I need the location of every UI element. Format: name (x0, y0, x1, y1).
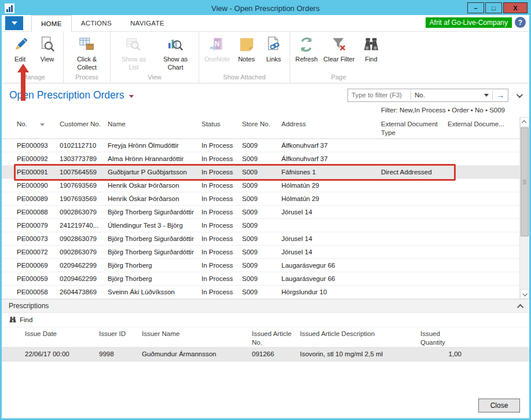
onenote-icon: N (208, 35, 226, 54)
table-row[interactable]: PE000079241219740...Útlendingur Test 3 -… (2, 219, 529, 232)
cell-address: Jórusel 14 (281, 209, 381, 216)
scrollbar-track[interactable] (520, 237, 529, 289)
cell-customer_no: 0209462299 (60, 275, 108, 282)
prescriptions-section-title: Prescriptions (9, 302, 49, 310)
table-row[interactable]: PE0000901907693569Henrik Oskar Þórðarson… (2, 179, 529, 192)
clear-filter-icon (329, 35, 348, 54)
cell-name: Sveinn Áki Lúðvíksson (108, 288, 202, 295)
column-header-customer-no[interactable]: Customer No. (60, 117, 108, 129)
cell-customer_no: 1303773789 (60, 155, 108, 162)
column-header-issued-quantity[interactable]: Issued Quantity (420, 327, 470, 347)
find-button[interactable]: Find (357, 34, 384, 64)
table-row[interactable]: PE0000720902863079Björg Thorberg Sigurða… (2, 246, 529, 259)
links-button[interactable]: Links (260, 34, 287, 64)
minimize-button[interactable]: – (467, 2, 484, 13)
table-row[interactable]: PE0000921303773789Alma Hrönn Hrannardótt… (2, 152, 529, 166)
close-button[interactable]: Close (478, 399, 520, 412)
click-collect-button[interactable]: Click & Collect (66, 34, 108, 72)
tab-navigate[interactable]: NAVIGATE (121, 15, 174, 31)
cell-no: PE000093 (17, 142, 60, 149)
apply-filter-arrow-button[interactable]: → (493, 90, 508, 100)
edit-button[interactable]: Edit (6, 34, 34, 64)
maximize-button[interactable]: □ (485, 2, 502, 13)
cell-address: Fáfnisnes 1 (281, 169, 381, 176)
filter-input[interactable] (348, 92, 411, 98)
chevron-down-icon (522, 291, 527, 296)
chevron-up-icon (517, 304, 523, 311)
clear-filter-button-label: Clear Filter (324, 56, 355, 64)
expand-filter-pane-button[interactable] (517, 90, 521, 100)
cell-name: Björg Thorberg Sigurðardóttir (108, 249, 202, 255)
table-row[interactable]: 22/06/17 00:009998Guðmundur Ármannsson09… (2, 348, 529, 361)
table-row[interactable]: PE0000911007564559Guðbjartur P Guðbjarts… (2, 166, 529, 179)
prescriptions-find-button[interactable]: Find (2, 313, 529, 327)
column-header-issued-article-description[interactable]: Issued Article Description (300, 327, 420, 338)
table-row[interactable]: PE0000590209462299Björg ThorbergIn Proce… (2, 272, 529, 286)
cell-article_desc: Isovorin, stl 10 mg/ml 2,5 ml (300, 350, 420, 357)
cell-address: Jórusel 14 (281, 249, 381, 255)
scrollbar-thumb[interactable] (521, 127, 529, 236)
cell-customer_no: 0102112710 (60, 142, 108, 149)
show-as-chart-button[interactable]: Show as Chart (155, 34, 196, 72)
column-header-external-document-type[interactable]: External Document Type (381, 117, 448, 137)
find-button-label: Find (365, 56, 377, 64)
column-header-issuer-name[interactable]: Issuer Name (142, 327, 252, 338)
table-row[interactable]: PE0000930102112710Freyja Hrönn Ölmudótti… (2, 139, 529, 152)
orders-table-body: PE0000930102112710Freyja Hrönn Ölmudótti… (2, 139, 529, 299)
prescriptions-section-header[interactable]: Prescriptions (2, 299, 529, 313)
column-header-store-no[interactable]: Store No. (242, 117, 281, 129)
cell-customer_no: 2604473869 (60, 288, 108, 295)
cell-customer_no: 1007564559 (60, 169, 108, 176)
column-header-external-document-no[interactable]: External Docume... (448, 117, 518, 129)
ribbon-group-view: Show as List Show as Chart View (111, 32, 199, 83)
refresh-button[interactable]: Refresh (292, 34, 321, 64)
links-button-label: Links (266, 56, 281, 64)
filter-column-caret-icon (484, 94, 489, 97)
cell-address: Laugarásvegur 66 (281, 275, 381, 282)
column-header-issued-article-no[interactable]: Issued Article No. (252, 327, 300, 347)
table-row[interactable]: PE0000582604473869Sveinn Áki LúðvíkssonI… (2, 286, 529, 299)
cell-store_no: S009 (242, 275, 281, 282)
column-header-address[interactable]: Address (281, 117, 381, 129)
view-button-label: View (41, 56, 54, 64)
table-row[interactable]: PE0000690209462299Björg ThorbergIn Proce… (2, 259, 529, 272)
table-row[interactable]: PE0000891907693569Henrik Óskar Þórðarson… (2, 192, 529, 206)
ribbon-group-label-process: Process (66, 72, 108, 83)
cell-no: PE000092 (17, 155, 60, 162)
ribbon-group-label-show-attached: Show Attached (202, 72, 287, 83)
notes-button[interactable]: Notes (233, 34, 260, 64)
application-menu-button[interactable] (5, 16, 23, 30)
cell-status: In Process (202, 222, 242, 229)
scrollbar-down-button[interactable] (520, 289, 529, 299)
cell-customer_no: 0209462299 (60, 262, 108, 269)
page-title-caret-icon[interactable] (129, 95, 134, 98)
help-icon[interactable]: ? (515, 17, 526, 28)
edit-pencil-icon (11, 35, 30, 54)
column-header-status[interactable]: Status (202, 117, 242, 129)
filter-column-select[interactable]: No. (411, 92, 492, 98)
close-window-button[interactable]: X (503, 2, 528, 13)
tab-home[interactable]: HOME (31, 15, 72, 32)
column-header-no[interactable]: No. (17, 117, 60, 129)
scrollbar-up-button[interactable] (520, 117, 529, 127)
orders-table-header: No. Customer No. Name Status Store No. A… (2, 117, 529, 139)
page-title[interactable]: Open Prescription Orders (9, 89, 124, 101)
cell-status: In Process (202, 275, 242, 282)
refresh-button-label: Refresh (295, 56, 318, 64)
clear-filter-button[interactable]: Clear Filter (321, 34, 358, 64)
view-button[interactable]: View (34, 34, 61, 64)
table-row[interactable]: PE0000730902863079Björg Thorberg Sigurða… (2, 232, 529, 246)
column-header-issue-date[interactable]: Issue Date (25, 327, 99, 338)
table-row[interactable]: PE0000880902863079Björg Thorberg Sigurða… (2, 206, 529, 219)
column-header-issuer-id[interactable]: Issuer ID (99, 327, 142, 338)
cell-ext_doc_type: Direct Addressed (381, 169, 448, 176)
cell-quantity: 1,00 (420, 350, 470, 357)
tab-actions[interactable]: ACTIONS (72, 15, 121, 31)
collapse-section-button[interactable] (519, 301, 523, 311)
title-bar: View - Open Prescription Orders – □ X (2, 2, 529, 15)
column-header-name[interactable]: Name (108, 117, 202, 129)
sort-descending-icon (40, 123, 45, 126)
cell-no: PE000069 (17, 262, 60, 269)
window-title: View - Open Prescription Orders (2, 4, 529, 13)
company-badge[interactable]: Afrit af Go-Live-Company (426, 17, 512, 28)
